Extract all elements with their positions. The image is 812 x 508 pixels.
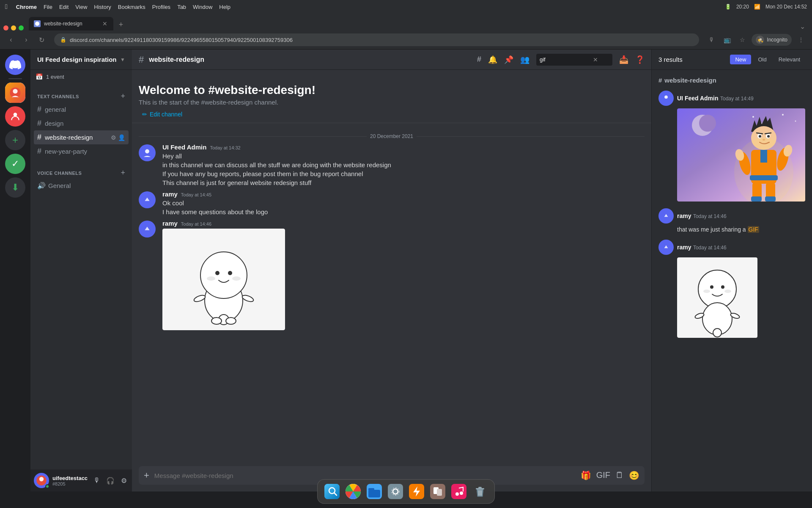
menu-edit[interactable]: Edit — [59, 4, 69, 10]
dock-settings[interactable] — [386, 482, 405, 501]
gift-button[interactable]: 🎁 — [581, 470, 591, 480]
server-item-discord[interactable] — [5, 55, 25, 75]
message-group[interactable]: UI Feed Admin Today at 14:32 Hey all in … — [132, 143, 651, 188]
gif-button[interactable]: GIF — [596, 470, 610, 480]
dock-trash[interactable] — [471, 482, 489, 501]
server-item-green[interactable]: ✓ — [5, 154, 25, 174]
menu-file[interactable]: File — [44, 4, 52, 10]
reload-button[interactable]: ↻ — [36, 34, 47, 46]
search-clear-button[interactable]: ✕ — [593, 56, 598, 63]
filter-old-button[interactable]: Old — [753, 55, 771, 64]
svg-point-12 — [215, 271, 219, 275]
emoji-button[interactable]: 😊 — [629, 470, 639, 480]
hash-icon: # — [37, 119, 41, 128]
apple-menu[interactable]:  — [5, 3, 8, 11]
channel-general[interactable]: # general — [34, 102, 129, 116]
voice-channels-header[interactable]: VOICE CHANNELS + — [34, 167, 129, 179]
members-icon[interactable]: 👤 — [118, 134, 125, 141]
menu-tab[interactable]: Tab — [177, 4, 186, 10]
add-voice-channel-button[interactable]: + — [121, 168, 125, 177]
new-tab-button[interactable]: + — [115, 19, 127, 30]
menu-profiles[interactable]: Profiles — [152, 4, 170, 10]
svg-point-37 — [759, 135, 761, 138]
voice-channel-general[interactable]: 🔊 General — [34, 179, 129, 192]
more-button[interactable]: ⋮ — [795, 34, 807, 46]
filter-relevant-button[interactable]: Relevant — [774, 55, 805, 64]
channel-new-year-party[interactable]: # new-year-party — [34, 144, 129, 158]
server-item-uifeed[interactable] — [5, 83, 25, 103]
inbox-button[interactable]: 📥 — [619, 55, 628, 64]
app-name[interactable]: Chrome — [16, 4, 37, 10]
menu-history[interactable]: History — [94, 4, 111, 10]
fullscreen-window-button[interactable] — [19, 25, 24, 30]
messages-area[interactable]: Welcome to #website-redesign! This is th… — [132, 70, 651, 466]
sticker-button[interactable]: 🗒 — [615, 470, 624, 480]
cast-button[interactable]: 📺 — [721, 34, 733, 46]
deafen-button[interactable]: 🎧 — [104, 475, 116, 486]
dock-files[interactable] — [428, 482, 447, 501]
mute-button[interactable]: 🎙 — [91, 475, 103, 486]
search-result-item[interactable]: ramy Today at 14:46 — [655, 236, 809, 341]
add-server-button[interactable]: + — [5, 130, 25, 150]
user-settings-button[interactable]: ⚙ — [118, 475, 130, 486]
text-channels-header[interactable]: TEXT CHANNELS + — [34, 90, 129, 102]
tab-search-button[interactable]: ⌄ — [796, 22, 809, 30]
svg-point-19 — [211, 318, 222, 324]
menu-window[interactable]: Window — [193, 4, 212, 10]
minimize-window-button[interactable] — [11, 25, 16, 30]
svg-point-3 — [14, 113, 17, 116]
channel-header-name: website-redesign — [149, 56, 472, 64]
search-result-item[interactable]: UI Feed Admin Today at 14:49 — [655, 87, 809, 205]
forward-button[interactable]: › — [20, 34, 32, 46]
server-item-red[interactable] — [5, 106, 25, 127]
dock-bolt[interactable] — [407, 482, 426, 501]
input-actions: 🎁 GIF 🗒 😊 — [581, 470, 639, 480]
dock-folder[interactable] — [365, 482, 384, 501]
search-results-content[interactable]: # website-redesign UI Feed Admin Today a… — [652, 70, 812, 491]
message-input[interactable] — [154, 472, 576, 479]
channel-website-redesign[interactable]: # website-redesign ⚙ 👤 — [34, 130, 129, 144]
gif-highlight: GIF — [748, 226, 759, 233]
svg-point-15 — [232, 276, 241, 281]
dock-finder[interactable] — [323, 482, 341, 501]
tab-close-button[interactable]: ✕ — [102, 20, 108, 27]
event-item[interactable]: 📅 1 event — [30, 70, 132, 83]
settings-icon[interactable]: ⚙ — [111, 134, 116, 141]
search-result-item[interactable]: ramy Today at 14:46 that was me just sha… — [655, 205, 809, 236]
add-channel-button[interactable]: + — [121, 92, 125, 101]
edit-channel-button[interactable]: ✏ Edit channel — [139, 109, 186, 119]
help-button[interactable]: ❓ — [635, 55, 645, 64]
url-bar[interactable]: 🔒 discord.com/channels/92249118030915998… — [54, 33, 699, 46]
add-attachment-button[interactable]: + — [144, 470, 149, 481]
incognito-badge[interactable]: 🕵 Incognito — [752, 34, 792, 46]
microphone-button[interactable]: 🎙 — [706, 34, 718, 46]
dock-music[interactable] — [450, 482, 468, 501]
browser-chrome: website-redesign ✕ + ⌄ ‹ › ↻ 🔒 discord.c… — [0, 14, 812, 50]
result-timestamp: Today at 14:46 — [693, 213, 727, 219]
channel-design[interactable]: # design — [34, 116, 129, 130]
message-content: ramy Today at 14:45 Ok cool I have some … — [162, 190, 645, 216]
channel-search-bar[interactable]: ✕ — [536, 54, 612, 66]
dock-chrome[interactable] — [344, 482, 362, 501]
menu-view[interactable]: View — [75, 4, 87, 10]
sidebar-header[interactable]: UI Feed design inspiration ▼ — [30, 50, 132, 70]
message-group[interactable]: ramy Today at 14:45 Ok cool I have some … — [132, 190, 651, 217]
result-avatar — [658, 91, 674, 106]
tab-bar: website-redesign ✕ + ⌄ — [0, 14, 812, 30]
threads-button[interactable]: # — [477, 55, 481, 64]
menu-help[interactable]: Help — [219, 4, 230, 10]
filter-new-button[interactable]: New — [730, 55, 751, 64]
message-group[interactable]: ramy Today at 14:46 — [132, 219, 651, 331]
channel-search-input[interactable] — [540, 56, 590, 63]
right-panel: 3 results New Old Relevant # website-red… — [651, 50, 812, 491]
menu-bookmarks[interactable]: Bookmarks — [118, 4, 145, 10]
avatar — [139, 191, 156, 208]
server-item-download[interactable]: ⬇ — [5, 177, 25, 198]
bookmark-button[interactable]: ☆ — [736, 34, 748, 46]
notifications-button[interactable]: 🔔 — [488, 55, 497, 64]
active-tab[interactable]: website-redesign ✕ — [29, 17, 113, 30]
close-window-button[interactable] — [3, 25, 8, 30]
pin-button[interactable]: 📌 — [504, 55, 513, 64]
members-list-button[interactable]: 👥 — [520, 55, 529, 64]
back-button[interactable]: ‹ — [5, 34, 17, 46]
